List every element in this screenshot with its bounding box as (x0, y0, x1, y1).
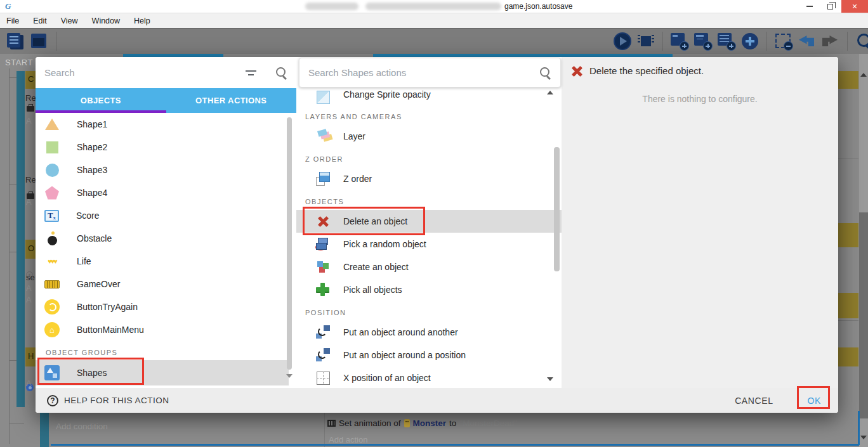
group-label: Shapes (77, 368, 107, 378)
redacted-title-segment (305, 3, 358, 10)
plus-badge-icon (703, 41, 713, 51)
action-label: Layer (343, 131, 365, 141)
object-item-shape3[interactable]: Shape3 (36, 159, 289, 181)
nothing-to-configure-text: There is nothing to configure. (562, 94, 838, 104)
action-label: X position of an object (343, 373, 431, 383)
action-label: Change Sprite opacity (343, 89, 431, 100)
action-list-scrollbar-thumb[interactable] (554, 147, 560, 271)
redo-icon (821, 32, 840, 51)
delete-cross-icon (570, 65, 582, 77)
event-tree-line (9, 424, 24, 424)
action-item-x-position[interactable]: X position of an object (296, 366, 562, 388)
menu-edit[interactable]: Edit (33, 16, 47, 25)
toolbar-separator (662, 32, 663, 51)
action-item-pick-a-random-object[interactable]: Pick a random object (296, 233, 562, 256)
object-item-life[interactable]: Life (36, 250, 289, 273)
scroll-down-icon[interactable] (286, 374, 293, 378)
comment-event-block (838, 71, 858, 89)
main-scrollbar-thumb (859, 212, 868, 418)
toolbar (0, 29, 868, 54)
z-order-icon (315, 171, 331, 186)
object-label: Obstacle (77, 233, 112, 243)
help-button[interactable]: HELP FOR THIS ACTION (47, 395, 169, 406)
plus-badge-icon (727, 41, 736, 51)
layer-icon (315, 129, 331, 144)
start-page-icon (30, 32, 49, 51)
event-fragment: Re (25, 93, 36, 103)
object-list-scrollbar-thumb[interactable] (287, 117, 292, 370)
object-item-score[interactable]: Score (36, 204, 289, 227)
object-label: GameOver (77, 279, 120, 289)
bomb-icon (44, 231, 60, 246)
scroll-up-icon (860, 73, 867, 77)
tab-other-actions[interactable]: OTHER ACTIONS (166, 88, 297, 113)
comment-event-block (838, 293, 858, 318)
group-item-shapes[interactable]: Shapes (36, 360, 289, 385)
action-item-layer[interactable]: Layer (296, 125, 562, 148)
object-label: ButtonMainMenu (77, 325, 144, 335)
object-item-obstacle[interactable]: Obstacle (36, 227, 289, 250)
object-item-shape2[interactable]: Shape2 (36, 136, 289, 159)
object-item-gameover[interactable]: GameOver (36, 273, 289, 295)
action-label: Create an object (343, 262, 409, 272)
action-item-delete-an-object[interactable]: Delete an object (296, 210, 562, 233)
object-item-buttonmainmenu[interactable]: ButtonMainMenu (36, 318, 289, 341)
close-button[interactable]: × (841, 0, 868, 13)
event-fragment: A (26, 197, 32, 207)
action-search-input[interactable] (308, 67, 539, 78)
minimize-button[interactable] (801, 0, 819, 13)
action-item-z-order[interactable]: Z order (296, 167, 562, 190)
debug-icon (636, 32, 655, 51)
toolbar-separator (847, 32, 848, 51)
action-label: Pick all objects (343, 285, 402, 295)
action-label: Put an object around a position (343, 350, 466, 360)
event-fragment: O (28, 243, 34, 253)
object-group-icon (44, 365, 60, 380)
action-value: "MonsterDead" (459, 418, 517, 428)
section-header-z-order: Z ORDER (296, 148, 562, 167)
condition-action-divider (324, 413, 325, 447)
object-item-shape1[interactable]: Shape1 (36, 113, 289, 136)
event-fragment: A (26, 295, 32, 304)
scroll-down-icon[interactable] (547, 377, 553, 381)
menu-view[interactable]: View (61, 16, 78, 25)
section-header-objects: OBJECTS (296, 190, 562, 210)
scroll-up-icon[interactable] (547, 91, 553, 94)
arc-mark (318, 350, 327, 359)
event-fragment: A (26, 116, 32, 126)
action-item-put-object-around-position[interactable]: Put an object around a position (296, 344, 562, 366)
object-item-shape4[interactable]: Shape4 (36, 181, 289, 204)
add-sub-event-icon (694, 32, 713, 51)
event-tree-line (9, 68, 10, 444)
tab-objects[interactable]: OBJECTS (36, 88, 166, 113)
cancel-button[interactable]: CANCEL (735, 396, 773, 406)
ellipse-mark (315, 244, 326, 250)
help-label: HELP FOR THIS ACTION (64, 396, 169, 405)
x-position-icon (315, 370, 331, 385)
action-item-create-an-object[interactable]: Create an object (296, 256, 562, 278)
cross-line (317, 378, 329, 379)
restore-button[interactable] (821, 0, 839, 13)
object-label: Shape3 (77, 165, 107, 175)
menu-window[interactable]: Window (92, 16, 120, 25)
action-item-put-object-around-another[interactable]: Put an object around another (296, 321, 562, 344)
object-label: Score (76, 211, 100, 221)
action-label: Put an object around another (343, 327, 458, 337)
filter-icon[interactable] (246, 69, 257, 77)
menu-file[interactable]: File (6, 16, 19, 25)
object-item-buttontryagain[interactable]: ButtonTryAgain (36, 295, 289, 318)
pick-all-icon (315, 282, 331, 297)
action-item-pick-all-objects[interactable]: Pick all objects (296, 278, 562, 301)
selected-event-border (51, 444, 859, 446)
project-manager-icon (6, 32, 25, 51)
ok-button[interactable]: OK (808, 396, 821, 406)
event-fragment: H (28, 351, 34, 361)
object-search-input[interactable] (44, 67, 246, 78)
add-circle-icon (740, 32, 760, 51)
action-config-pane: Delete the specified object. There is no… (562, 57, 838, 388)
menu-help[interactable]: Help (134, 16, 150, 25)
around-object-icon (315, 325, 331, 340)
plus-bar (749, 37, 751, 46)
create-object-icon (315, 259, 331, 275)
action-item-change-sprite-opacity[interactable]: Change Sprite opacity (296, 88, 562, 105)
